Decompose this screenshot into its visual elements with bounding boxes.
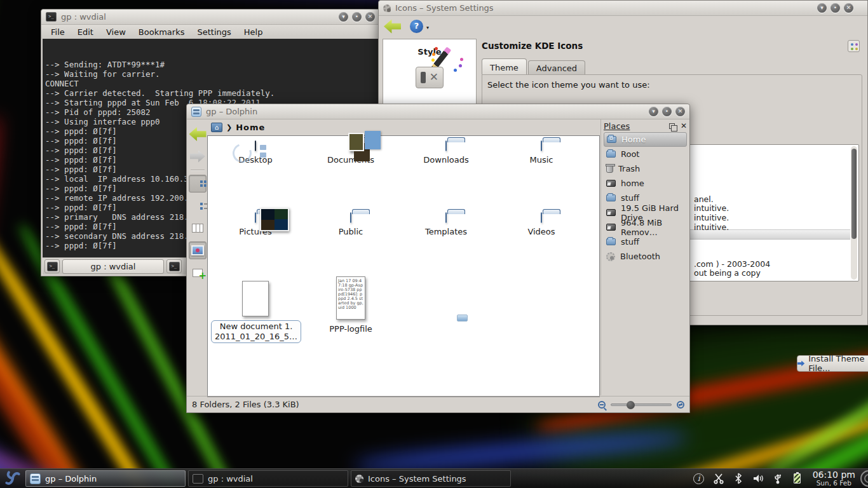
dolphin-statusbar: 8 Folders, 2 Files (3.3 KiB) [187, 396, 689, 412]
zoom-slider-knob[interactable] [627, 401, 635, 409]
breadcrumb-home[interactable]: Home [236, 123, 265, 132]
volume-icon[interactable] [752, 471, 764, 485]
dolphin-toolbar [188, 123, 207, 281]
place-label: 964.8 MiB Remov… [621, 218, 684, 237]
launcher-trefoil-icon [4, 470, 22, 487]
taskbar-task-button[interactable]: ​ gp : wvdial [188, 470, 348, 487]
folder-label: Videos [497, 227, 586, 236]
terminal-line: --> Carrier detected. Starting PPP immed… [45, 88, 378, 98]
sidebar-item-label: Style [383, 47, 476, 57]
folder-item[interactable]: Documents [306, 141, 395, 165]
folder-icon [541, 212, 542, 223]
file-item-ppp-logfile[interactable]: Jan 17 09:47:18 gp-Aspire-5738 pppd[1946… [306, 276, 395, 334]
place-item[interactable]: Home [604, 132, 687, 147]
close-button[interactable]: ✕ [844, 3, 853, 13]
dolphin-titlebar[interactable]: gp – Dolphin ▾ • ✕ [187, 104, 689, 119]
folder-item[interactable]: Downloads [402, 141, 491, 165]
details-view-button[interactable] [189, 197, 207, 215]
settings-titlebar[interactable]: Icons – System Settings ▾ • ✕ [379, 1, 867, 16]
terminal-icon: >_ [47, 262, 58, 271]
app-launcher-button[interactable] [1, 469, 24, 488]
ic-folder-icon [606, 238, 616, 245]
zoom-in-icon[interactable] [677, 401, 684, 409]
folder-item[interactable]: Templates [402, 213, 491, 236]
menu-item[interactable]: Bookmarks [139, 27, 185, 37]
minimize-button[interactable]: ▾ [817, 3, 827, 13]
icons-view-button[interactable] [189, 175, 207, 193]
terminal-tab[interactable]: gp : wvdial [62, 259, 164, 274]
ic-drive-icon [606, 209, 616, 216]
maximize-button[interactable]: • [662, 107, 672, 116]
back-button[interactable] [189, 125, 207, 143]
undock-panel-icon[interactable] [669, 123, 675, 129]
preview-toggle-button[interactable] [189, 241, 207, 259]
theme-list-scrollbar[interactable] [851, 146, 857, 280]
breadcrumb: ⌂ ❯ Home [208, 120, 268, 135]
folder-item[interactable]: Desktop [211, 141, 300, 165]
place-item[interactable]: Root [604, 147, 687, 161]
file-item-new-document[interactable]: New document 1. 2011_01_20_16_5… [211, 281, 300, 343]
terminal-icon: >_ [169, 262, 180, 271]
place-item[interactable]: home [604, 176, 687, 191]
klipper-scissors-icon[interactable] [712, 471, 725, 485]
menu-item[interactable]: File [51, 27, 65, 37]
ti-terminal-icon: ​ [193, 474, 203, 484]
plasma-cashew-icon[interactable] [860, 470, 868, 487]
place-item[interactable]: Bluetooth [604, 249, 687, 264]
panel-splitter[interactable] [600, 119, 601, 395]
zoom-slider[interactable] [611, 403, 672, 406]
advanced-tools-icon[interactable] [416, 67, 444, 88]
back-button[interactable] [384, 20, 401, 34]
places-panel: Places ✕ Home Root Trash [604, 119, 687, 395]
terminal-titlebar[interactable]: >_ gp : wvdial ▾ • ✕ [41, 10, 379, 25]
taskbar-task-button[interactable]: ​ gp – Dolphin [25, 470, 186, 487]
folder-item[interactable]: Public [306, 213, 395, 236]
help-button[interactable]: ? [410, 20, 423, 33]
menu-item[interactable]: Help [244, 27, 263, 37]
bluetooth-icon[interactable] [732, 471, 745, 485]
settings-tab[interactable]: Theme [482, 58, 527, 74]
usb-device-icon[interactable] [771, 471, 784, 485]
place-item[interactable]: Trash [604, 161, 687, 176]
sidebar-item-style[interactable]: Style [383, 39, 476, 88]
folder-icon [255, 212, 256, 223]
overview-grid-icon[interactable] [848, 40, 860, 52]
menu-item[interactable]: Settings [197, 27, 231, 37]
home-folder-icon[interactable]: ⌂ [211, 123, 222, 132]
places-list: Home Root Trash home [604, 132, 687, 264]
minimize-button[interactable]: ▾ [339, 12, 348, 22]
zoom-out-icon[interactable] [598, 401, 606, 409]
battery-icon[interactable] [791, 471, 804, 485]
places-header: Places ✕ [604, 119, 687, 132]
taskbar-task-button[interactable]: ​ Icons – System Settings [351, 470, 511, 487]
split-tab-button[interactable]: >_ [166, 259, 182, 273]
info-icon[interactable]: i [693, 471, 705, 485]
scrollbar-thumb[interactable] [851, 149, 857, 239]
taskbar-clock[interactable]: 06:10 pm Sun, 6 Feb [808, 470, 860, 487]
minimize-button[interactable]: ▾ [649, 107, 658, 116]
folder-item[interactable]: Videos [497, 213, 586, 236]
split-view-button[interactable] [189, 264, 207, 281]
menu-item[interactable]: Edit [78, 27, 93, 37]
install-theme-button[interactable]: Install Theme File... [797, 355, 868, 372]
new-tab-button[interactable]: >_ [44, 259, 60, 273]
document-file-icon [242, 281, 269, 316]
close-button[interactable]: ✕ [365, 12, 375, 22]
clock-time: 06:10 pm [813, 470, 855, 480]
place-item[interactable]: 964.8 MiB Remov… [604, 220, 687, 234]
columns-view-button[interactable] [189, 219, 207, 237]
place-label: stuff [621, 193, 639, 203]
folder-item[interactable]: Pictures [211, 213, 300, 236]
dolphin-window: gp – Dolphin ▾ • ✕ ⌂ ❯ Home Desktop [186, 104, 690, 413]
forward-button[interactable] [189, 147, 207, 165]
menu-item[interactable]: View [106, 27, 126, 37]
folder-view[interactable]: Desktop Documents Downloads Music [207, 135, 600, 397]
close-button[interactable]: ✕ [675, 107, 685, 116]
folder-label: Desktop [211, 155, 300, 165]
close-panel-icon[interactable]: ✕ [681, 121, 687, 130]
clock-date: Sun, 6 Feb [813, 480, 855, 487]
maximize-button[interactable]: • [352, 12, 362, 22]
maximize-button[interactable]: • [831, 3, 840, 13]
ic-home-icon [607, 136, 616, 143]
folder-item[interactable]: Music [497, 141, 586, 165]
